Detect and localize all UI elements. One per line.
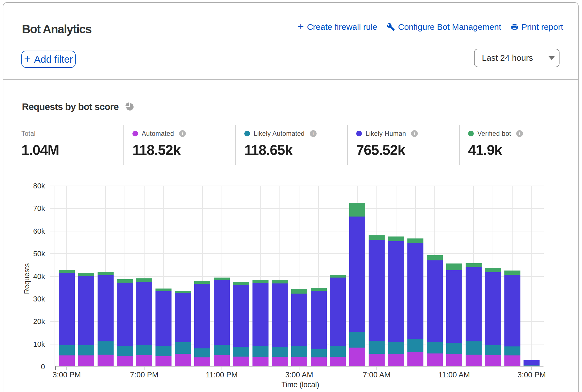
- bar-segment-verified-bot: [136, 278, 152, 282]
- bar-segment-verified-bot: [78, 273, 94, 276]
- x-axis-label: 11:00 PM: [197, 371, 247, 379]
- bar-segment-likely-human: [214, 280, 230, 345]
- x-tick: [531, 366, 532, 370]
- bar-segment-verified-bot: [446, 263, 462, 270]
- bar-segment-automated: [175, 354, 191, 366]
- bar-segment-verified-bot: [349, 203, 365, 217]
- bar-segment-likely-automated: [155, 346, 172, 356]
- bar-12-00-pm[interactable]: [466, 263, 482, 366]
- bar-segment-likely-automated: [233, 347, 249, 357]
- bar-segment-likely-human: [98, 275, 114, 341]
- bar-10-00-am[interactable]: [427, 255, 443, 366]
- bar-segment-verified-bot: [252, 280, 269, 283]
- bar-segment-automated: [407, 352, 423, 366]
- bar-segment-verified-bot: [485, 268, 501, 272]
- bar-segment-likely-automated: [59, 345, 75, 355]
- x-tick: [222, 366, 222, 370]
- y-axis-label: 60k: [14, 227, 45, 235]
- x-tick: [376, 366, 377, 370]
- bar-segment-likely-automated: [330, 346, 346, 357]
- bar-segment-likely-human: [485, 272, 501, 345]
- y-axis-label: 30k: [14, 295, 45, 303]
- bar-4-00-am[interactable]: [311, 288, 327, 366]
- bar-5-00-am[interactable]: [330, 275, 346, 366]
- bar-segment-verified-bot: [194, 281, 210, 283]
- bar-segment-automated: [369, 354, 385, 366]
- bar-segment-automated: [349, 348, 365, 366]
- bar-11-00-pm[interactable]: [214, 278, 230, 366]
- bar-segment-automated: [291, 357, 307, 366]
- bar-10-00-pm[interactable]: [194, 281, 210, 366]
- bar-segment-automated: [446, 354, 462, 366]
- bar-8-00-am[interactable]: [388, 236, 404, 366]
- x-axis-origin-tick: [55, 366, 56, 370]
- bar-segment-likely-human: [78, 276, 94, 345]
- bar-segment-automated: [311, 357, 327, 366]
- bar-segment-automated: [155, 356, 172, 366]
- bar-segment-likely-human: [311, 291, 327, 349]
- bar-segment-likely-human: [349, 217, 365, 332]
- bar-segment-automated: [78, 355, 94, 366]
- bar-segment-verified-bot: [369, 235, 385, 240]
- bar-4-00-pm[interactable]: [78, 273, 94, 366]
- bar-segment-likely-human: [272, 283, 288, 347]
- bar-segment-verified-bot: [388, 236, 404, 241]
- bar-segment-verified-bot: [311, 288, 327, 291]
- bar-segment-likely-human: [446, 270, 462, 343]
- bar-segment-likely-human: [117, 283, 133, 346]
- bar-3-00-pm[interactable]: [524, 360, 540, 366]
- bar-1-00-am[interactable]: [252, 280, 269, 366]
- y-gridline: [50, 231, 544, 231]
- bar-segment-likely-automated: [466, 341, 482, 355]
- bar-segment-likely-automated: [504, 346, 520, 355]
- x-axis-label: 3:00 PM: [506, 371, 557, 379]
- bar-3-00-pm[interactable]: [59, 270, 75, 366]
- bar-segment-likely-automated: [272, 347, 288, 357]
- bar-segment-automated: [136, 355, 152, 366]
- bar-9-00-pm[interactable]: [175, 291, 191, 366]
- requests-chart: 010k20k30k40k50k60k70k80k3:00 PM7:00 PM1…: [0, 0, 582, 392]
- bar-8-00-pm[interactable]: [155, 289, 172, 366]
- bar-2-00-pm[interactable]: [504, 271, 520, 366]
- x-axis-label: 7:00 PM: [119, 371, 170, 379]
- y-axis-label: 70k: [14, 205, 45, 212]
- bar-segment-likely-human: [427, 260, 443, 342]
- x-tick: [454, 366, 454, 370]
- bar-11-00-am[interactable]: [446, 263, 462, 366]
- x-axis-label: 3:00 AM: [274, 371, 324, 379]
- bar-6-00-am[interactable]: [349, 203, 365, 366]
- bar-7-00-am[interactable]: [369, 235, 385, 366]
- bar-segment-likely-automated: [136, 345, 152, 355]
- x-tick: [66, 366, 67, 370]
- bar-9-00-am[interactable]: [407, 238, 423, 366]
- bar-segment-likely-automated: [194, 348, 210, 357]
- bar-segment-automated: [485, 355, 501, 366]
- bar-12-00-am[interactable]: [233, 282, 249, 366]
- bar-segment-likely-human: [504, 275, 520, 346]
- bar-segment-likely-automated: [311, 349, 327, 357]
- bar-7-00-pm[interactable]: [136, 278, 152, 366]
- bar-3-00-am[interactable]: [291, 289, 307, 366]
- bar-segment-automated: [272, 357, 288, 366]
- bar-segment-verified-bot: [98, 272, 114, 275]
- bar-segment-likely-automated: [388, 342, 404, 354]
- bar-segment-verified-bot: [407, 238, 423, 243]
- y-gridline: [50, 253, 544, 254]
- bar-5-00-pm[interactable]: [98, 272, 114, 366]
- bar-segment-likely-human: [369, 240, 385, 341]
- bar-segment-automated: [117, 356, 133, 366]
- bar-segment-automated: [214, 355, 230, 366]
- bar-6-00-pm[interactable]: [117, 279, 133, 366]
- bar-segment-likely-automated: [291, 346, 307, 357]
- plot-left-gridline: [55, 186, 55, 366]
- bar-2-00-am[interactable]: [272, 280, 288, 366]
- bar-1-00-pm[interactable]: [485, 268, 501, 366]
- bar-segment-likely-automated: [214, 345, 230, 355]
- x-axis-label: 11:00 AM: [429, 371, 479, 379]
- bar-segment-verified-bot: [59, 270, 75, 273]
- x-axis-title: Time (local): [244, 380, 357, 389]
- bar-segment-verified-bot: [233, 282, 249, 285]
- y-gridline: [50, 186, 544, 186]
- bar-segment-automated: [504, 355, 520, 366]
- bar-segment-likely-automated: [78, 345, 94, 355]
